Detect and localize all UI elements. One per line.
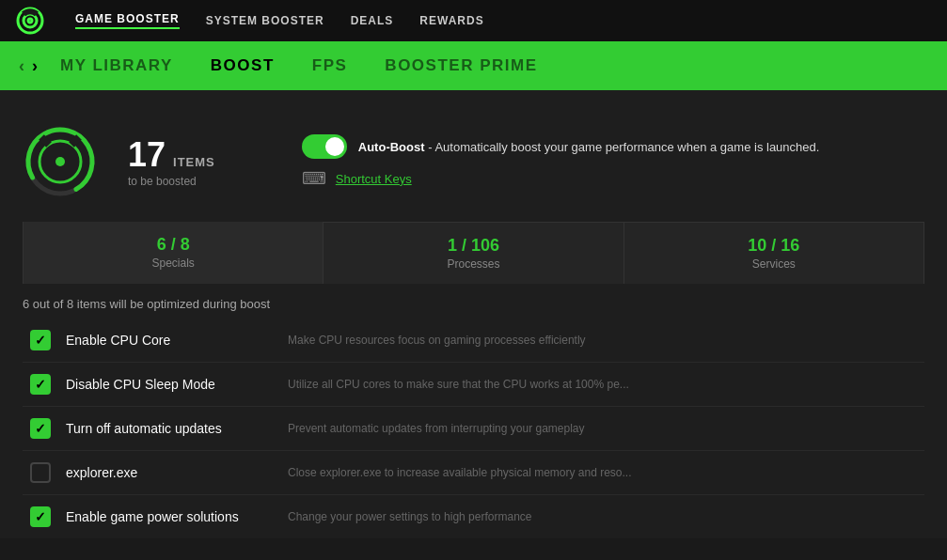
- subnav-my-library[interactable]: MY LIBRARY: [60, 56, 173, 75]
- tab-specials-name: Specials: [42, 257, 304, 270]
- nav-rewards[interactable]: REWARDS: [419, 14, 483, 27]
- tab-processes-count: 1 / 106: [342, 236, 604, 256]
- items-number: 17: [128, 135, 166, 175]
- item-name: Disable CPU Sleep Mode: [66, 377, 273, 392]
- item-description: Change your power settings to high perfo…: [288, 510, 917, 523]
- auto-boost-section: Auto-Boost - Automatically boost your ga…: [302, 134, 820, 189]
- back-arrow[interactable]: ‹: [19, 56, 24, 76]
- tab-processes-name: Processes: [342, 257, 604, 271]
- sub-nav-links: MY LIBRARY BOOST FPS BOOSTER PRIME: [60, 56, 537, 75]
- tab-processes[interactable]: 1 / 106 Processes: [324, 222, 623, 284]
- nav-system-booster[interactable]: SYSTEM BOOSTER: [206, 14, 324, 27]
- svg-point-6: [55, 157, 65, 166]
- nav-game-booster[interactable]: GAME BOOSTER: [75, 12, 180, 29]
- gauge: [23, 124, 98, 199]
- items-list: Enable CPU CoreMake CPU resources focus …: [23, 319, 924, 538]
- checkbox-disable-cpu-sleep[interactable]: [30, 374, 51, 395]
- items-label: ITEMS: [173, 155, 215, 169]
- main-content: 17 ITEMS to be boosted Auto-Boost - Auto…: [0, 90, 947, 538]
- top-nav-links: GAME BOOSTER SYSTEM BOOSTER DEALS REWARD…: [75, 12, 484, 29]
- tab-specials[interactable]: 6 / 8 Specials: [23, 222, 324, 284]
- tab-services-count: 10 / 16: [643, 236, 905, 256]
- list-item: Enable game power solutionsChange your p…: [23, 495, 924, 538]
- tabs-container: 6 / 8 Specials 1 / 106 Processes 10 / 16…: [23, 222, 924, 284]
- auto-boost-row: Auto-Boost - Automatically boost your ga…: [302, 134, 820, 159]
- tab-specials-count: 6 / 8: [42, 235, 304, 255]
- item-name: explorer.exe: [66, 465, 273, 480]
- subnav-fps[interactable]: FPS: [312, 56, 348, 75]
- checkbox-explorer-exe[interactable]: [30, 462, 51, 483]
- item-name: Enable game power solutions: [66, 509, 273, 524]
- items-list-header: 6 out of 8 items will be optimized durin…: [23, 284, 924, 319]
- top-nav: GAME BOOSTER SYSTEM BOOSTER DEALS REWARD…: [0, 0, 947, 41]
- list-item: explorer.exeClose explorer.exe to increa…: [23, 451, 924, 495]
- item-description: Close explorer.exe to increase available…: [288, 466, 917, 479]
- nav-deals[interactable]: DEALS: [351, 14, 394, 27]
- list-item: Disable CPU Sleep ModeUtilize all CPU co…: [23, 363, 924, 407]
- item-description: Utilize all CPU cores to make sure that …: [288, 378, 917, 391]
- items-count: 17 ITEMS: [128, 135, 215, 175]
- subnav-boost[interactable]: BOOST: [211, 56, 275, 75]
- checkbox-turn-off-updates[interactable]: [30, 418, 51, 439]
- auto-boost-text: Auto-Boost - Automatically boost your ga…: [358, 140, 820, 154]
- item-name: Turn off automatic updates: [66, 421, 273, 436]
- svg-point-2: [28, 19, 32, 23]
- sub-nav: ‹ › MY LIBRARY BOOST FPS BOOSTER PRIME: [0, 41, 947, 90]
- keyboard-icon: ⌨: [302, 168, 326, 189]
- shortcut-keys-link[interactable]: Shortcut Keys: [336, 172, 412, 186]
- app-logo: [15, 6, 45, 36]
- tab-services[interactable]: 10 / 16 Services: [624, 222, 924, 284]
- item-name: Enable CPU Core: [66, 333, 273, 348]
- items-info: 17 ITEMS to be boosted: [128, 135, 215, 188]
- list-item: Turn off automatic updatesPrevent automa…: [23, 407, 924, 451]
- items-sub: to be boosted: [128, 175, 215, 188]
- nav-arrows: ‹ ›: [19, 56, 38, 76]
- shortcut-row: ⌨ Shortcut Keys: [302, 168, 820, 189]
- forward-arrow[interactable]: ›: [32, 56, 38, 76]
- auto-boost-toggle[interactable]: [302, 134, 347, 159]
- item-description: Make CPU resources focus on gaming proce…: [288, 334, 917, 347]
- stats-bar: 17 ITEMS to be boosted Auto-Boost - Auto…: [23, 109, 924, 218]
- checkbox-enable-cpu-core[interactable]: [30, 330, 51, 350]
- checkbox-enable-power-solutions[interactable]: [30, 506, 51, 527]
- tab-services-name: Services: [643, 257, 905, 271]
- item-description: Prevent automatic updates from interrupt…: [288, 422, 917, 435]
- subnav-booster-prime[interactable]: BOOSTER PRIME: [385, 56, 537, 75]
- list-item: Enable CPU CoreMake CPU resources focus …: [23, 319, 924, 363]
